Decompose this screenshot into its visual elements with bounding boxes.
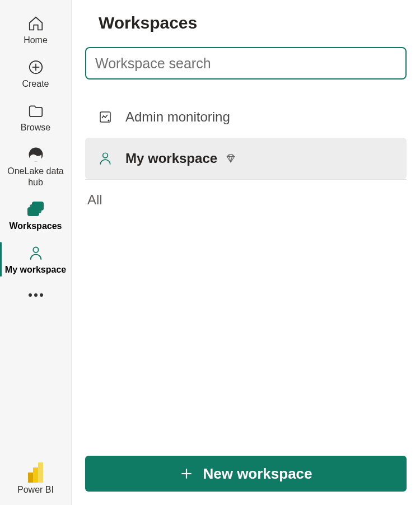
workspace-search-wrap [85, 47, 407, 80]
workspace-item-label: Admin monitoring [125, 109, 230, 125]
section-all-label: All [85, 192, 407, 208]
powerbi-icon [28, 462, 44, 483]
workspaces-icon [27, 200, 45, 218]
left-nav-sidebar: Home Create Browse OneLake data hub [0, 0, 72, 505]
nav-more[interactable] [0, 281, 71, 309]
svg-point-4 [33, 247, 38, 252]
workspace-item-admin-monitoring[interactable]: Admin monitoring [85, 96, 407, 138]
nav-create[interactable]: Create [0, 52, 71, 95]
create-icon [27, 58, 45, 76]
nav-label: Home [24, 35, 48, 46]
monitoring-icon [97, 109, 113, 125]
new-workspace-button[interactable]: New workspace [85, 456, 407, 492]
nav-workspaces[interactable]: Workspaces [0, 194, 71, 237]
nav-label: OneLake data hub [2, 166, 69, 188]
workspace-list: Admin monitoring My workspace [85, 96, 407, 180]
workspaces-panel: Workspaces Admin monitoring My works [72, 0, 420, 505]
onelake-icon [27, 146, 45, 163]
more-icon [29, 293, 32, 297]
svg-point-6 [108, 120, 110, 121]
person-icon [97, 151, 113, 166]
nav-onelake[interactable]: OneLake data hub [0, 139, 71, 194]
folder-icon [27, 102, 45, 120]
svg-point-7 [103, 153, 108, 158]
new-workspace-label: New workspace [203, 465, 312, 483]
workspace-search-input[interactable] [85, 47, 407, 80]
nav-home[interactable]: Home [0, 8, 71, 52]
nav-label: My workspace [5, 264, 66, 275]
nav-my-workspace[interactable]: My workspace [0, 237, 71, 281]
brand-powerbi[interactable]: Power BI [0, 462, 71, 505]
nav-label: Workspaces [10, 221, 62, 232]
plus-icon [179, 466, 194, 481]
brand-label: Power BI [17, 485, 54, 495]
home-icon [27, 15, 45, 32]
panel-title: Workspaces [85, 13, 407, 32]
diamond-icon [225, 153, 236, 164]
workspace-item-my-workspace[interactable]: My workspace [85, 138, 407, 179]
nav-label: Browse [21, 122, 50, 133]
person-icon [27, 244, 45, 262]
nav-browse[interactable]: Browse [0, 95, 71, 139]
workspace-item-label: My workspace [125, 151, 217, 166]
nav-label: Create [22, 78, 49, 90]
